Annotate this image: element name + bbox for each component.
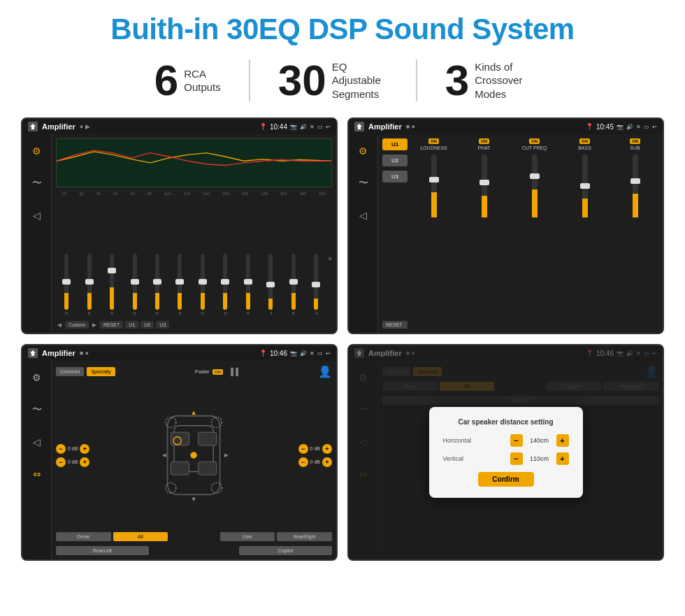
- eq-slider-11: 0: [283, 254, 304, 315]
- confirm-button[interactable]: Confirm: [478, 472, 534, 487]
- fader-copilot-btn[interactable]: Copilot: [239, 546, 332, 555]
- crossover-screen: Amplifier ■ ● 📍 10:45 📷 🔊 ✕ ▭ ↩ ⚙ 〜 ◁: [347, 117, 664, 334]
- fader-rl-minus[interactable]: −: [56, 457, 66, 467]
- eq-filter-icon[interactable]: ⚙: [27, 141, 47, 161]
- fd-back-icon[interactable]: ↩: [326, 350, 331, 357]
- eq-slider-9: 0: [238, 254, 259, 315]
- fader-home-icon[interactable]: [28, 348, 38, 358]
- vertical-label: Vertical: [443, 455, 482, 462]
- fader-rl-value: 0 dB: [68, 459, 78, 464]
- fader-on-badge[interactable]: ON: [212, 369, 223, 375]
- crossover-reset-btn[interactable]: RESET: [382, 321, 408, 329]
- bass-on[interactable]: ON: [579, 138, 590, 144]
- fader-rearleft-btn[interactable]: RearLeft: [56, 546, 149, 555]
- fd-camera-icon: 📷: [290, 350, 297, 357]
- fader-rr-value: 0 dB: [310, 459, 320, 464]
- vertical-plus-btn[interactable]: +: [556, 452, 569, 465]
- fd-speaker-icon[interactable]: ◁: [27, 432, 47, 452]
- crossover-u3-btn[interactable]: U3: [382, 171, 408, 182]
- eq-more-icon[interactable]: »: [328, 255, 332, 262]
- fader-left-controls: − 0 dB + − 0 dB +: [56, 444, 89, 467]
- eq-back-icon[interactable]: ↩: [326, 124, 331, 130]
- horizontal-plus-btn[interactable]: +: [556, 434, 569, 447]
- svg-text:◄: ◄: [161, 452, 168, 459]
- fd-balance-icon[interactable]: ⇔: [27, 464, 47, 484]
- eq-u2-btn[interactable]: U2: [140, 321, 154, 329]
- sub-slider[interactable]: [633, 155, 638, 217]
- eq-u3-btn[interactable]: U3: [156, 321, 169, 329]
- fader-main: Common Specialty Fader ON ▐▐ 👤 −: [52, 361, 336, 559]
- svg-rect-4: [171, 461, 189, 475]
- eq-freq-labels: 2532405063 80100125160200 25032040050063…: [56, 192, 332, 196]
- crossover-u1-btn[interactable]: U1: [382, 138, 408, 150]
- eq-reset-btn[interactable]: RESET: [100, 321, 123, 329]
- eq-slider-5: 0: [147, 254, 168, 315]
- eq-status-bar-left: Amplifier ● ▶: [28, 122, 90, 131]
- fader-user-btn[interactable]: User: [220, 532, 275, 541]
- sub-label: SUB: [630, 145, 640, 150]
- fader-fr-minus[interactable]: −: [298, 444, 308, 454]
- eq-status-dots: ● ▶: [80, 123, 90, 130]
- crossover-u2-btn[interactable]: U2: [382, 155, 408, 166]
- fader-label: Fader: [195, 368, 210, 375]
- eq-speaker-icon[interactable]: ◁: [27, 206, 47, 225]
- phat-on[interactable]: ON: [479, 138, 489, 144]
- ch-cutfreq: ON CUT FREQ: [511, 138, 558, 329]
- crossover-main: U1 U2 U3 RESET ON LOUDNESS: [378, 134, 663, 333]
- fader-all-btn[interactable]: All: [113, 532, 168, 541]
- stat-text-crossover: Kinds of Crossover Modes: [475, 60, 531, 101]
- cutfreq-on[interactable]: ON: [529, 138, 540, 144]
- fader-rearright-btn[interactable]: RearRight: [277, 532, 332, 541]
- dialog-vertical-row: Vertical − 110cm +: [443, 452, 569, 465]
- fader-rr-minus[interactable]: −: [298, 457, 308, 467]
- svg-text:▲: ▲: [191, 409, 197, 416]
- loudness-slider[interactable]: [431, 155, 437, 217]
- fader-specialty-btn[interactable]: Specialty: [87, 367, 115, 376]
- fader-fl-value: 0 dB: [68, 446, 78, 451]
- svg-text:▼: ▼: [191, 496, 197, 503]
- fader-fl-plus[interactable]: +: [80, 444, 89, 454]
- sub-on[interactable]: ON: [630, 138, 640, 144]
- fader-fl-minus[interactable]: −: [56, 444, 66, 454]
- eq-preset-btn[interactable]: Custom: [65, 321, 89, 329]
- eq-prev-btn[interactable]: ◄: [56, 321, 63, 329]
- page-wrapper: Buith-in 30EQ DSP Sound System 6 RCA Out…: [0, 0, 685, 575]
- horizontal-value-ctrl: − 140cm +: [510, 434, 569, 447]
- phat-slider[interactable]: [482, 155, 487, 217]
- fader-common-btn[interactable]: Common: [56, 367, 84, 376]
- svg-point-7: [191, 452, 197, 458]
- loudness-on[interactable]: ON: [428, 138, 439, 144]
- eq-u1-btn[interactable]: U1: [125, 321, 138, 329]
- fd-wave-icon[interactable]: 〜: [27, 400, 47, 420]
- fader-title: Amplifier: [42, 349, 75, 357]
- fader-fr-plus[interactable]: +: [322, 444, 332, 454]
- cutfreq-slider[interactable]: [532, 155, 538, 217]
- home-icon[interactable]: [28, 122, 38, 131]
- fader-driver-btn[interactable]: Driver: [56, 532, 111, 541]
- eq-main: 2532405063 80100125160200 25032040050063…: [52, 134, 336, 333]
- cr-time: 10:45: [596, 123, 614, 131]
- stat-eq: 30 EQ Adjustable Segments: [250, 59, 416, 102]
- cr-back-icon[interactable]: ↩: [652, 124, 657, 130]
- fader-slider-icon: ▐▐: [229, 368, 238, 375]
- cr-filter-icon[interactable]: ⚙: [354, 141, 373, 161]
- vertical-value: 110cm: [526, 455, 554, 462]
- eq-slider-6: 0: [169, 254, 190, 315]
- dialog-horizontal-row: Horizontal − 140cm +: [443, 434, 569, 447]
- fader-fr-value: 0 dB: [310, 446, 320, 451]
- cr-wave-icon[interactable]: 〜: [354, 173, 373, 193]
- horizontal-value: 140cm: [526, 437, 554, 444]
- bass-slider[interactable]: [582, 155, 588, 217]
- fader-rl-plus[interactable]: +: [80, 457, 89, 467]
- horizontal-minus-btn[interactable]: −: [510, 434, 523, 447]
- fader-rr-plus[interactable]: +: [322, 457, 332, 467]
- eq-wave-icon[interactable]: 〜: [27, 173, 47, 193]
- fader-profile-icon[interactable]: 👤: [318, 365, 332, 378]
- cr-speaker-icon[interactable]: ◁: [354, 206, 373, 225]
- crossover-home-icon[interactable]: [354, 122, 364, 131]
- distance-dialog: Car speaker distance setting Horizontal …: [429, 407, 583, 498]
- eq-next-btn[interactable]: ►: [91, 321, 98, 329]
- vertical-minus-btn[interactable]: −: [510, 452, 523, 465]
- horizontal-label: Horizontal: [443, 437, 482, 444]
- fd-filter-icon[interactable]: ⚙: [27, 368, 47, 387]
